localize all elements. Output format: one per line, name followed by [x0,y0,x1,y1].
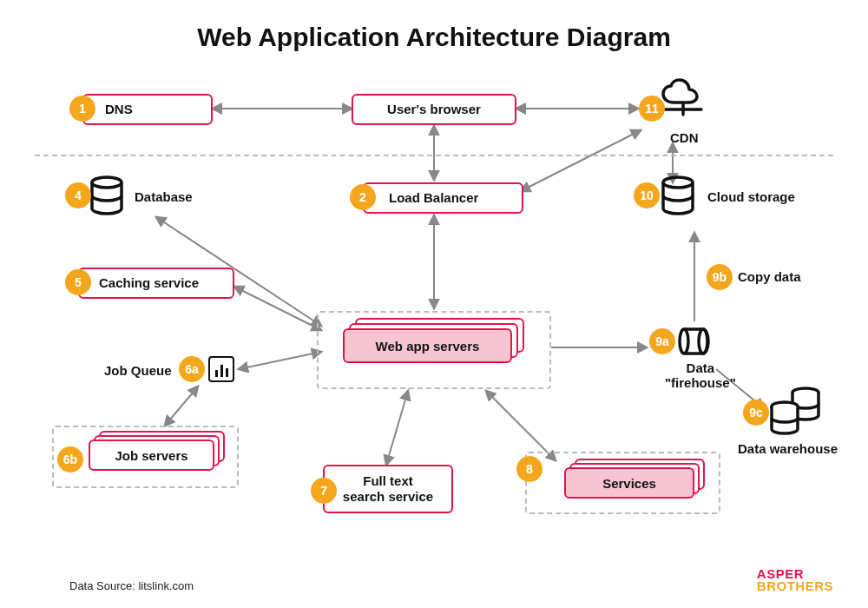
stack-web-app: Web app servers [343,328,525,372]
brand-line2: BROTHERS [757,580,833,592]
svg-line-9 [165,387,198,426]
arrows-layer [0,0,868,608]
svg-point-20 [699,329,707,354]
badge-5: 5 [65,269,91,295]
stack-services: Services [564,467,707,506]
node-browser: User's browser [352,94,516,125]
node-full-text: Full text search service [323,465,453,513]
node-services: Services [564,467,694,499]
node-web-app: Web app servers [343,328,512,363]
label-copy-data: Copy data [738,269,801,284]
label-warehouse: Data warehouse [738,441,838,456]
warehouse-icon [767,384,823,441]
badge-6a: 6a [179,356,205,382]
svg-line-8 [239,352,321,369]
badge-4: 4 [65,182,91,208]
section-divider [35,155,833,156]
node-job-servers: Job servers [89,439,214,471]
svg-point-18 [663,177,693,188]
label-cloud-storage: Cloud storage [707,189,795,204]
stack-job-servers: Job servers [89,439,227,478]
node-load-balancer: Load Balancer [363,182,523,214]
data-source: Data Source: litslink.com [69,579,194,592]
label-cdn: CDN [670,130,699,145]
svg-line-3 [521,130,641,191]
badge-6b: 6b [57,446,83,473]
badge-9c: 9c [743,400,769,426]
database-icon [89,175,125,219]
badge-9a: 9a [649,328,675,354]
badge-1: 1 [69,96,95,122]
badge-10: 10 [634,182,660,208]
badge-2: 2 [350,184,376,210]
job-queue-icon [208,356,234,382]
svg-line-11 [486,391,556,460]
node-caching: Caching service [78,268,234,299]
label-database: Database [135,189,193,204]
badge-11: 11 [639,96,665,122]
firehouse-icon [677,326,712,360]
svg-line-10 [386,391,408,465]
diagram-canvas: 1 DNS User's browser 11 CDN 4 Database 2… [0,0,868,608]
svg-point-19 [680,329,688,354]
label-job-queue: Job Queue [104,363,172,378]
node-dns: DNS [82,94,213,125]
badge-7: 7 [311,478,337,504]
svg-line-7 [234,287,321,330]
badge-8: 8 [516,456,542,482]
badge-9b: 9b [707,264,733,290]
label-firehouse: Data "firehouse" [665,360,736,390]
brand-logo: ASPER BROTHERS [757,568,833,593]
cloud-storage-icon [660,175,696,219]
svg-point-17 [92,177,122,188]
cloud-icon [658,80,708,127]
